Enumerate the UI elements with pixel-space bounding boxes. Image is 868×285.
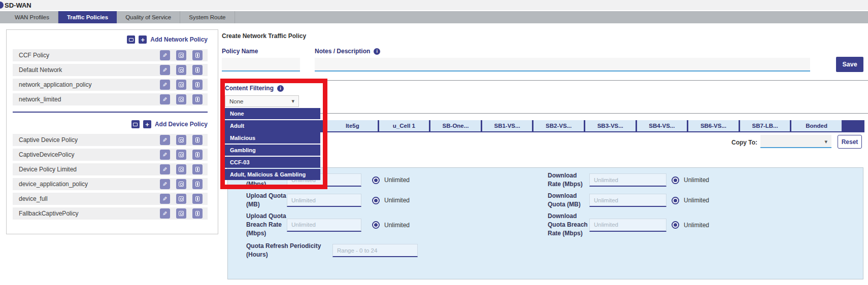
network-policy-row[interactable]: network_limited ✎ [13, 93, 208, 105]
wan-tab-partial[interactable] [842, 120, 864, 131]
page-header: SD-WAN [0, 0, 868, 10]
wan-tab[interactable]: lte5g [326, 120, 378, 131]
add-network-policy-label[interactable]: Add Network Policy [150, 36, 208, 43]
save-button[interactable]: Save [836, 57, 863, 72]
network-policy-row[interactable]: CCF Policy ✎ [13, 49, 208, 61]
tab-quality-of-service[interactable]: Quality of Service [117, 11, 180, 23]
edit-icon[interactable]: ✎ [160, 80, 170, 90]
device-policy-row[interactable]: CaptiveDevicePolicy ✎ [13, 149, 208, 161]
wan-tab-label: Bonded [806, 123, 827, 129]
rate-input[interactable] [287, 219, 361, 232]
dropdown-option[interactable]: None [225, 108, 320, 119]
delete-icon[interactable] [192, 65, 203, 75]
wan-tab[interactable]: Bonded [790, 120, 842, 131]
trash-glyph [195, 211, 199, 216]
policy-name: CaptiveDevicePolicy [19, 151, 160, 158]
delete-icon[interactable] [192, 94, 203, 104]
field-label: Download Quota Breach Rate (Mbps) [548, 212, 589, 238]
device-policy-row[interactable]: device_full ✎ [13, 193, 208, 205]
plus-icon[interactable] [143, 120, 151, 128]
delete-icon[interactable] [192, 80, 203, 90]
unlimited-radio-selected[interactable] [672, 197, 679, 204]
dropdown-option[interactable]: Adult, Malicious & Gambling [225, 169, 320, 180]
delete-icon[interactable] [192, 164, 203, 174]
delete-icon[interactable] [192, 150, 203, 160]
unlimited-radio-selected[interactable] [372, 197, 380, 204]
plus-icon[interactable] [139, 35, 147, 44]
reset-button[interactable]: Reset [838, 135, 862, 149]
unlimited-radio-selected[interactable] [672, 176, 679, 184]
wan-tab[interactable]: SB2-VS... [532, 120, 584, 131]
dropdown-option[interactable]: Adult [225, 120, 320, 131]
delete-icon[interactable] [192, 208, 203, 219]
duplicate-icon[interactable] [176, 164, 186, 174]
dropdown-option[interactable]: Gambling [225, 145, 320, 156]
quota-refresh-input[interactable] [332, 244, 418, 257]
dropdown-option[interactable]: CCF-03 [225, 157, 320, 168]
edit-icon[interactable]: ✎ [160, 164, 170, 174]
delete-icon[interactable] [192, 194, 203, 204]
rate-input[interactable] [589, 219, 666, 232]
policy-name-input[interactable] [222, 58, 300, 72]
collapse-circle-icon[interactable] [0, 2, 4, 9]
add-device-policy[interactable]: Add Device Policy [13, 120, 208, 129]
rate-input[interactable] [287, 194, 361, 207]
duplicate-icon[interactable] [176, 194, 186, 204]
rate-input[interactable] [589, 194, 666, 207]
unlimited-radio-selected[interactable] [372, 221, 380, 229]
tab-system-route[interactable]: System Route [180, 11, 235, 23]
duplicate-glyph [179, 67, 184, 73]
copy-to-select[interactable] [760, 135, 831, 148]
wan-tab[interactable]: SB6-VS... [687, 120, 739, 131]
wan-tab[interactable]: SB1-VS... [481, 120, 532, 131]
info-icon[interactable] [374, 48, 380, 55]
unlimited-radio-selected[interactable] [372, 176, 380, 184]
edit-icon[interactable]: ✎ [160, 208, 170, 219]
wan-tab[interactable]: SB3-VS... [584, 120, 636, 131]
notes-input[interactable] [315, 58, 810, 72]
duplicate-icon[interactable] [176, 135, 186, 145]
edit-icon[interactable]: ✎ [160, 150, 170, 160]
duplicate-icon[interactable] [176, 94, 186, 104]
add-network-policy[interactable]: Add Network Policy [13, 35, 208, 44]
wan-tab[interactable]: SB-One... [429, 120, 481, 131]
edit-icon[interactable]: ✎ [160, 194, 170, 204]
wan-tab[interactable]: u_Cell 1 [378, 120, 429, 131]
copy-network-policy-icon[interactable] [127, 35, 135, 44]
edit-icon[interactable]: ✎ [160, 65, 170, 75]
wan-tab[interactable]: SB7-LB... [739, 120, 790, 131]
duplicate-icon[interactable] [176, 50, 186, 60]
wan-tab[interactable]: SB4-VS... [636, 120, 687, 131]
network-policy-row[interactable]: Default Network ✎ [13, 64, 208, 76]
duplicate-glyph [179, 82, 184, 87]
content-filtering-select[interactable]: None [225, 95, 299, 107]
duplicate-icon[interactable] [176, 208, 186, 219]
add-device-policy-label[interactable]: Add Device Policy [155, 121, 208, 128]
copy-device-policy-icon[interactable] [131, 120, 140, 128]
rate-limit-row: Download Quota Breach Rate (Mbps) Unlimi… [548, 212, 746, 238]
delete-icon[interactable] [192, 179, 203, 189]
edit-icon[interactable]: ✎ [160, 179, 170, 189]
device-policy-row[interactable]: FallbackCaptivePolicy ✎ [13, 207, 208, 220]
network-policy-row[interactable]: network_application_policy ✎ [13, 79, 208, 91]
tab-wan-profiles[interactable]: WAN Profiles [6, 11, 58, 23]
duplicate-icon[interactable] [176, 80, 186, 90]
duplicate-icon[interactable] [176, 179, 186, 189]
duplicate-icon[interactable] [176, 65, 186, 75]
dropdown-option[interactable]: Malicious [225, 132, 320, 144]
device-policy-row[interactable]: Captive Device Policy ✎ [13, 134, 208, 146]
info-icon[interactable] [277, 85, 284, 92]
delete-icon[interactable] [192, 50, 203, 60]
edit-icon[interactable]: ✎ [160, 94, 170, 104]
unlimited-radio-selected[interactable] [672, 221, 679, 229]
edit-icon[interactable]: ✎ [160, 50, 170, 60]
rate-input[interactable] [589, 173, 666, 187]
device-policy-row[interactable]: Device Policy Limited ✎ [13, 163, 208, 175]
device-policy-row[interactable]: device_application_policy ✎ [13, 178, 208, 190]
tab-traffic-policies[interactable]: Traffic Policies [58, 11, 117, 23]
delete-icon[interactable] [192, 135, 203, 145]
page-title: SD-WAN [5, 2, 31, 9]
edit-icon[interactable]: ✎ [160, 135, 170, 145]
duplicate-icon[interactable] [176, 150, 186, 160]
radio-dot [674, 199, 677, 202]
